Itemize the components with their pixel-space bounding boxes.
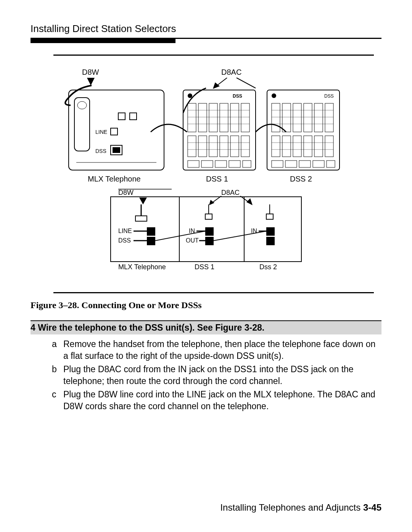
svg-rect-30 (188, 161, 199, 167)
svg-rect-27 (220, 136, 228, 157)
svg-text:D8W: D8W (118, 189, 134, 196)
caption-mlx: MLX Telephone (88, 175, 141, 183)
svg-rect-4 (74, 98, 90, 151)
step-text: Plug the D8W line cord into the LINE jac… (63, 389, 381, 412)
svg-rect-99 (266, 237, 275, 245)
svg-text:LINE: LINE (118, 228, 132, 234)
svg-rect-58 (313, 161, 324, 167)
svg-rect-83 (147, 237, 155, 245)
svg-rect-92 (205, 237, 214, 245)
caption-dss1: DSS 1 (206, 175, 228, 183)
svg-text:D8AC: D8AC (221, 189, 240, 196)
svg-marker-1 (213, 82, 220, 89)
svg-text:DSS: DSS (233, 93, 242, 99)
svg-rect-25 (198, 136, 207, 157)
svg-rect-54 (325, 136, 333, 157)
step-item-b: b Plug the D8AC cord from the IN jack on… (52, 363, 381, 387)
svg-rect-12 (113, 147, 120, 153)
svg-rect-29 (241, 136, 249, 157)
step-item-c: c Plug the D8W line cord into the LINE j… (52, 389, 381, 412)
footer-page-number: 3-45 (363, 502, 381, 513)
svg-rect-21 (220, 103, 228, 132)
svg-text:DSS: DSS (324, 93, 334, 99)
svg-text:LINE: LINE (95, 129, 107, 135)
step-letter: a (52, 338, 63, 362)
svg-rect-32 (215, 161, 227, 167)
arrow-d8w (87, 78, 95, 85)
svg-rect-49 (272, 136, 280, 157)
svg-text:MLX Telephone: MLX Telephone (118, 263, 166, 271)
svg-point-5 (77, 101, 87, 109)
svg-rect-50 (282, 136, 291, 157)
step-letter: c (52, 389, 63, 412)
svg-rect-33 (229, 161, 240, 167)
svg-rect-43 (272, 103, 280, 132)
caption-dss2: DSS 2 (290, 175, 312, 183)
svg-rect-94 (266, 214, 273, 219)
dss2-illustration: DSS (267, 90, 340, 170)
svg-rect-45 (293, 103, 301, 132)
step-heading: 4 Wire the telephone to the DSS unit(s).… (31, 320, 381, 334)
svg-rect-20 (209, 103, 217, 132)
figure-block: D8W D8AC LINE (53, 55, 374, 293)
header-rule (31, 38, 381, 43)
svg-rect-18 (188, 103, 196, 132)
svg-rect-89 (205, 227, 214, 236)
svg-rect-98 (266, 227, 275, 236)
svg-rect-7 (130, 113, 137, 120)
svg-rect-15 (183, 90, 256, 170)
svg-rect-22 (230, 103, 239, 132)
svg-text:IN: IN (251, 228, 257, 234)
svg-rect-57 (299, 161, 311, 167)
svg-rect-48 (325, 103, 333, 132)
svg-rect-80 (147, 227, 155, 236)
svg-rect-56 (285, 161, 297, 167)
svg-rect-26 (209, 136, 217, 157)
svg-rect-44 (282, 103, 291, 132)
figure-top-rule (53, 55, 374, 56)
svg-rect-31 (201, 161, 213, 167)
svg-rect-19 (198, 103, 207, 132)
page-footer: Installing Telephones and Adjuncts 3-45 (220, 502, 381, 513)
svg-text:OUT: OUT (186, 237, 199, 244)
svg-rect-59 (327, 161, 335, 167)
step-item-a: a Remove the handset from the telephone,… (52, 338, 381, 362)
svg-rect-6 (118, 113, 125, 120)
step-body: a Remove the handset from the telephone,… (52, 338, 381, 412)
step-text: Plug the D8AC cord from the IN jack on t… (63, 363, 381, 387)
footer-chapter: Installing Telephones and Adjuncts (220, 502, 360, 513)
svg-rect-52 (304, 136, 312, 157)
svg-point-16 (188, 93, 192, 98)
svg-text:DSS: DSS (118, 237, 131, 244)
svg-marker-73 (209, 200, 214, 205)
svg-rect-34 (243, 161, 251, 167)
svg-marker-70 (139, 198, 147, 204)
svg-rect-51 (293, 136, 301, 157)
svg-marker-75 (246, 198, 253, 205)
svg-rect-40 (267, 90, 340, 170)
svg-rect-46 (304, 103, 312, 132)
svg-rect-9 (111, 128, 117, 135)
svg-line-2 (237, 78, 256, 88)
svg-rect-3 (69, 90, 164, 170)
svg-text:DSS: DSS (95, 148, 106, 154)
svg-rect-55 (272, 161, 283, 167)
svg-rect-28 (230, 136, 239, 157)
svg-rect-53 (314, 136, 323, 157)
dss1-illustration: DSS (183, 90, 256, 170)
svg-rect-85 (205, 214, 212, 219)
svg-line-93 (214, 231, 266, 241)
svg-text:IN: IN (189, 228, 195, 234)
section-title: Installing Direct Station Selectors (31, 23, 381, 35)
svg-point-41 (272, 93, 276, 98)
figure-caption: Figure 3–28. Connecting One or More DSSs (31, 300, 381, 310)
figure-bottom-rule (53, 292, 374, 293)
svg-rect-47 (314, 103, 323, 132)
label-d8ac: D8AC (221, 68, 241, 76)
label-d8w: D8W (82, 68, 99, 76)
svg-rect-23 (241, 103, 249, 132)
svg-text:DSS 1: DSS 1 (195, 263, 214, 271)
mlx-telephone-illustration: LINE DSS (69, 90, 164, 170)
svg-text:Dss 2: Dss 2 (259, 263, 277, 271)
step-text: Remove the handset from the telephone, t… (63, 338, 381, 362)
